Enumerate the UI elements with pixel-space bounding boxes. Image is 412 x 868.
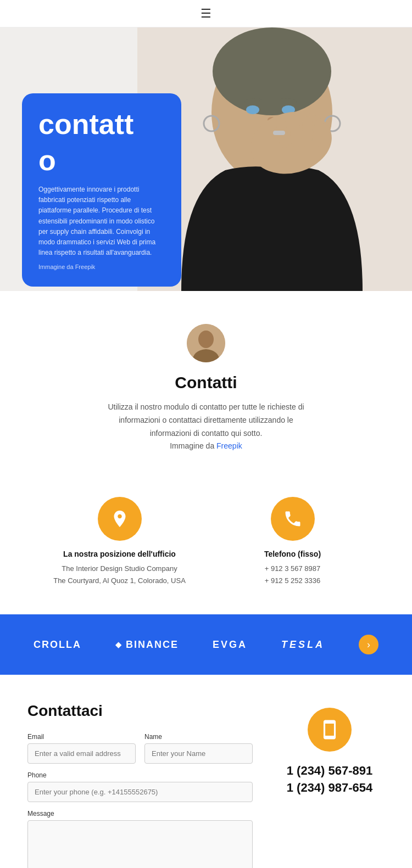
- phone-right-icon: [319, 719, 340, 740]
- office-line2: The Courtyard, Al Quoz 1, Colorado, USA: [53, 576, 186, 585]
- phone-group: Phone: [27, 771, 253, 802]
- hero-title-line1: contatt: [38, 110, 165, 138]
- message-textarea[interactable]: [27, 820, 253, 868]
- office-block: La nostra posizione dell'ufficio The Int…: [33, 497, 206, 587]
- phone-input[interactable]: [27, 782, 253, 802]
- brand-evga: EVGA: [213, 639, 247, 651]
- freepik-link[interactable]: Freepik: [216, 441, 242, 450]
- email-input[interactable]: [27, 743, 136, 764]
- contact-info-row: La nostra posizione dell'ufficio The Int…: [0, 475, 412, 598]
- right-phone-numbers: 1 (234) 567-891 1 (234) 987-654: [287, 763, 373, 797]
- phone-number2: + 912 5 252 3336: [265, 576, 321, 585]
- name-group: Name: [144, 733, 253, 764]
- message-label: Message: [27, 810, 253, 817]
- phone-info: + 912 3 567 8987 + 912 5 252 3336: [206, 563, 379, 587]
- right-phone-1: 1 (234) 567-891: [287, 763, 373, 780]
- name-input[interactable]: [144, 743, 253, 764]
- hero-section: contatt o Oggettivamente innovare i prod…: [0, 27, 412, 291]
- brands-next-button[interactable]: ›: [359, 635, 378, 654]
- svg-point-3: [213, 27, 331, 115]
- hero-source: Immagine da Freepik: [38, 264, 165, 270]
- form-section: Contattaci Email Name Phone Message I ac…: [0, 675, 412, 868]
- svg-rect-14: [273, 131, 285, 135]
- location-icon: [110, 509, 130, 529]
- form-title: Contattaci: [27, 702, 253, 720]
- form-right-panel: 1 (234) 567-891 1 (234) 987-654: [275, 702, 385, 797]
- hero-title-line2: o: [38, 144, 165, 177]
- phone-label: Telefono (fisso): [206, 550, 379, 558]
- brand-crolla: CROLLA: [34, 639, 81, 651]
- location-icon-circle: [98, 497, 142, 541]
- navbar: ☰: [0, 0, 412, 27]
- phone-form-label: Phone: [27, 771, 253, 779]
- phone-number1: + 912 3 567 8987: [265, 564, 321, 573]
- right-phone-2: 1 (234) 987-654: [287, 780, 373, 797]
- hero-description: Oggettivamente innovare i prodotti fabbr…: [38, 184, 165, 258]
- svg-rect-12: [302, 116, 313, 148]
- contatti-desc-text: Utilizza il nostro modulo di contatto pe…: [108, 402, 304, 438]
- office-label: La nostra posizione dell'ufficio: [33, 550, 206, 558]
- contatti-description: Utilizza il nostro modulo di contatto pe…: [107, 401, 305, 453]
- brand-binance: BINANCE: [115, 639, 179, 651]
- message-group: Message: [27, 810, 253, 868]
- name-label: Name: [144, 733, 253, 741]
- email-label: Email: [27, 733, 136, 741]
- brands-banner: CROLLA BINANCE EVGA TESLA ›: [0, 614, 412, 675]
- brand-tesla: TESLA: [281, 639, 325, 651]
- office-line1: The Interior Design Studio Company: [62, 564, 177, 573]
- avatar: [187, 324, 225, 362]
- hamburger-icon[interactable]: ☰: [201, 7, 211, 21]
- phone-right-icon-circle: [308, 708, 352, 752]
- svg-point-16: [198, 331, 214, 348]
- hero-card: contatt o Oggettivamente innovare i prod…: [22, 93, 181, 287]
- phone-block: Telefono (fisso) + 912 3 567 8987 + 912 …: [206, 497, 379, 587]
- office-info: The Interior Design Studio Company The C…: [33, 563, 206, 587]
- contatti-section: Contatti Utilizza il nostro modulo di co…: [0, 291, 412, 475]
- contatti-title: Contatti: [22, 373, 390, 392]
- form-row-email-name: Email Name: [27, 733, 253, 764]
- form-left-panel: Contattaci Email Name Phone Message I ac…: [27, 702, 253, 868]
- svg-point-4: [246, 105, 259, 114]
- avatar-svg: [187, 324, 225, 362]
- email-group: Email: [27, 733, 136, 764]
- phone-icon: [283, 509, 303, 529]
- contatti-image-source: Immagine da: [170, 441, 216, 450]
- phone-icon-circle: [271, 497, 315, 541]
